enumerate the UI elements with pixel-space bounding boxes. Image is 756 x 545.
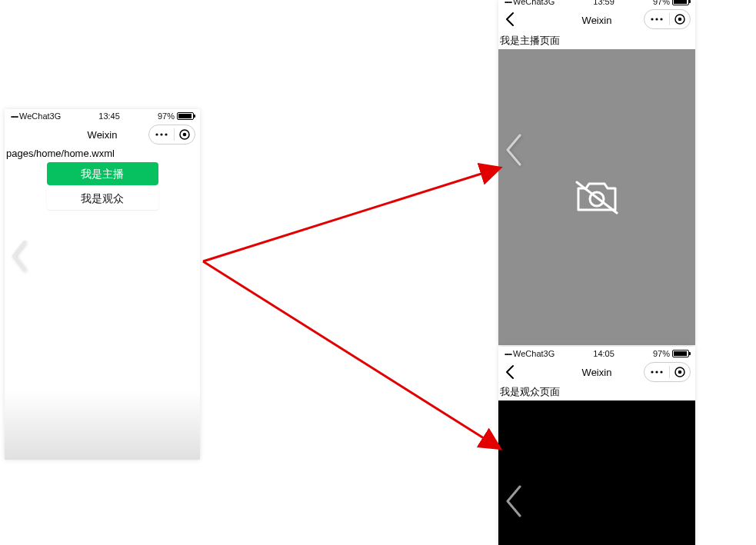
capsule-divider [669, 366, 670, 378]
phone-anchor: ••••• WeChat3G 13:59 97% Weixin 我是主播页面 [498, 0, 695, 345]
svg-point-1 [160, 133, 162, 135]
battery-icon [672, 0, 689, 5]
target-icon[interactable] [674, 367, 685, 377]
status-right: 97% [653, 349, 689, 358]
anchor-button[interactable]: 我是主播 [47, 162, 158, 185]
status-bar: ••••• WeChat3G 14:05 97% [498, 347, 695, 361]
capsule-divider [174, 128, 175, 141]
capsule-menu[interactable] [148, 125, 195, 145]
capsule-divider [669, 13, 670, 25]
viewer-button[interactable]: 我是观众 [47, 187, 158, 210]
status-left: ••••• WeChat3G [505, 349, 555, 358]
page-path-label: pages/home/home.wxml [5, 146, 200, 161]
status-bar: ••••• WeChat3G 13:45 97% [5, 109, 200, 123]
target-icon[interactable] [674, 14, 685, 25]
signal-dots-icon: ••••• [505, 351, 511, 357]
back-button[interactable] [505, 364, 515, 380]
status-right: 97% [158, 111, 194, 121]
clock-label: 13:45 [98, 111, 120, 121]
nav-bar: Weixin [5, 123, 200, 146]
battery-pct-label: 97% [653, 0, 670, 6]
anchor-preview-area [498, 49, 695, 345]
status-bar: ••••• WeChat3G 13:59 97% [498, 0, 695, 8]
phone-home: ••••• WeChat3G 13:45 97% Weixin pages/ho… [5, 109, 200, 460]
status-right: 97% [653, 0, 689, 6]
nav-bar: Weixin [498, 361, 695, 384]
camera-disabled-icon [574, 179, 620, 216]
nav-bar: Weixin [498, 8, 695, 32]
viewer-video-area [498, 400, 695, 545]
clock-label: 14:05 [593, 349, 614, 358]
more-icon[interactable] [649, 367, 664, 377]
bottom-gradient [5, 390, 200, 460]
svg-point-16 [678, 371, 682, 374]
chevron-left-icon [9, 240, 29, 272]
more-icon[interactable] [154, 130, 169, 139]
nav-title: Weixin [88, 129, 118, 141]
page-title: 我是观众页面 [498, 384, 695, 400]
svg-point-6 [655, 18, 658, 20]
status-left: ••••• WeChat3G [505, 0, 555, 6]
svg-point-2 [165, 133, 167, 135]
svg-point-4 [183, 133, 187, 137]
phone-viewer: ••••• WeChat3G 14:05 97% Weixin 我是观众页面 [498, 347, 695, 545]
svg-point-5 [651, 18, 653, 20]
svg-point-13 [655, 371, 658, 373]
chevron-left-icon [503, 132, 525, 168]
back-button[interactable] [505, 12, 515, 27]
battery-icon [177, 112, 194, 120]
svg-line-11 [577, 182, 617, 213]
status-left: ••••• WeChat3G [11, 111, 61, 121]
battery-pct-label: 97% [653, 349, 670, 358]
svg-point-12 [651, 371, 653, 373]
arrow-to-anchor [203, 168, 498, 261]
signal-dots-icon: ••••• [11, 113, 18, 120]
carrier-label: WeChat3G [513, 349, 555, 358]
svg-point-7 [660, 18, 662, 20]
clock-label: 13:59 [593, 0, 614, 6]
svg-point-9 [678, 18, 682, 22]
carrier-label: WeChat3G [513, 0, 555, 6]
more-icon[interactable] [649, 15, 664, 24]
nav-title: Weixin [582, 15, 612, 26]
battery-pct-label: 97% [158, 111, 175, 121]
signal-dots-icon: ••••• [505, 0, 511, 5]
arrow-to-viewer [203, 261, 498, 447]
chevron-left-icon [503, 484, 525, 519]
capsule-menu[interactable] [644, 362, 691, 382]
carrier-label: WeChat3G [19, 111, 61, 121]
capsule-menu[interactable] [644, 9, 691, 29]
svg-point-0 [155, 133, 158, 135]
svg-point-14 [660, 371, 662, 373]
home-content: pages/home/home.wxml 我是主播 我是观众 [5, 146, 200, 460]
nav-title: Weixin [582, 367, 612, 378]
battery-icon [672, 350, 689, 357]
target-icon[interactable] [179, 129, 190, 140]
page-title: 我是主播页面 [498, 32, 695, 49]
